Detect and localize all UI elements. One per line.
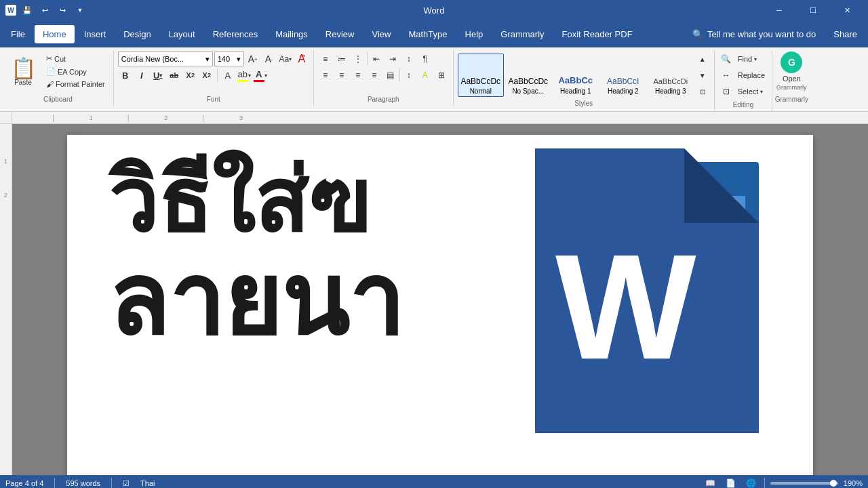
bullets-button[interactable]: ≡ — [318, 52, 333, 66]
grammarly-label: Grammarly — [776, 84, 807, 91]
menu-bar: File Home Insert Design Layout Reference… — [0, 20, 868, 47]
font-group: Cordia New (Boc... ▾ 140 ▾ A+ A- Aa▾ A⃗ … — [114, 50, 314, 106]
font-color-button[interactable]: A ▾ — [253, 68, 268, 83]
underline-button[interactable]: U▾ — [151, 68, 165, 83]
customize-button[interactable]: ▼ — [73, 3, 87, 17]
italic-button[interactable]: I — [134, 68, 149, 83]
multilevel-button[interactable]: ⋮ — [351, 52, 366, 66]
editing-group-label: Editing — [715, 101, 772, 108]
align-right-button[interactable]: ≡ — [351, 68, 366, 83]
style-heading3-preview: AaBbCcDi — [653, 77, 688, 86]
menu-home[interactable]: Home — [35, 25, 75, 43]
bold-button[interactable]: B — [118, 68, 133, 83]
tell-me[interactable]: 🔍 Tell me what you want to do — [684, 25, 824, 43]
align-left-button[interactable]: ≡ — [318, 68, 333, 83]
shading-button[interactable]: A — [418, 68, 433, 83]
open-grammarly-button[interactable]: Open — [780, 73, 804, 84]
font-name-value: Cordia New (Boc... — [121, 55, 184, 63]
print-layout-button[interactable]: 📄 — [724, 476, 738, 488]
zoom-slider[interactable] — [770, 482, 838, 485]
doc-body: 12 วิธีใส่ฃ ลายนา — [0, 124, 868, 475]
menu-insert[interactable]: Insert — [76, 25, 115, 43]
menu-design[interactable]: Design — [115, 25, 159, 43]
cut-button[interactable]: ✂ Cut — [43, 53, 108, 64]
menu-mailings[interactable]: Mailings — [267, 25, 316, 43]
select-label: Select — [738, 87, 759, 96]
menu-grammarly[interactable]: Grammarly — [492, 25, 552, 43]
style-heading1-preview: AaBbCc — [558, 75, 593, 86]
format-painter-button[interactable]: 🖌 Format Painter — [43, 79, 108, 89]
font-dropdown-icon: ▾ — [205, 55, 210, 64]
document-text-line2: ลายนา — [108, 247, 403, 356]
find-button[interactable]: Find ▾ — [735, 54, 760, 64]
style-heading3[interactable]: AaBbCcDi Heading 3 — [648, 54, 694, 97]
paste-button[interactable]: 📋 Paste — [5, 52, 41, 92]
replace-button[interactable]: Replace — [735, 70, 768, 81]
status-divider3 — [764, 478, 765, 488]
web-layout-button[interactable]: 🌐 — [744, 476, 759, 488]
find-label: Find — [738, 55, 752, 63]
font-size-value: 140 — [218, 55, 230, 63]
align-center-button[interactable]: ≡ — [334, 68, 349, 83]
copy-button[interactable]: 📄 EA Copy — [43, 66, 108, 77]
sort-button[interactable]: ↕ — [401, 52, 416, 66]
font-size-selector[interactable]: 140 ▾ — [214, 52, 244, 66]
styles-scroll-up[interactable]: ▲ — [695, 52, 710, 66]
show-hide-button[interactable]: ¶ — [418, 52, 433, 66]
clear-format-button[interactable]: A⃗ — [294, 52, 309, 66]
style-normal[interactable]: AaBbCcDc Normal — [458, 54, 504, 97]
menu-layout[interactable]: Layout — [161, 25, 203, 43]
maximize-button[interactable]: ☐ — [797, 0, 829, 20]
copy-label: EA Copy — [58, 68, 87, 76]
justify-button[interactable]: ≡ — [367, 68, 382, 83]
change-case-button[interactable]: Aa▾ — [278, 52, 293, 66]
horizontal-ruler: │1│2│3 — [12, 112, 868, 123]
save-button[interactable]: 💾 — [20, 3, 34, 17]
superscript-button[interactable]: X2 — [199, 68, 214, 83]
page-scroll-area: วิธีใส่ฃ ลายนา — [12, 124, 868, 475]
style-heading2[interactable]: AaBbCcI Heading 2 — [600, 54, 646, 97]
select-button[interactable]: Select ▾ — [735, 86, 766, 97]
divider — [217, 68, 218, 82]
read-mode-button[interactable]: 📖 — [703, 476, 718, 488]
style-heading1[interactable]: AaBbCc Heading 1 — [553, 54, 599, 97]
line-spacing-button[interactable]: ↕ — [401, 68, 416, 83]
font-grow-button[interactable]: A+ — [245, 52, 260, 66]
borders-button[interactable]: ⊞ — [434, 68, 449, 83]
style-no-space[interactable]: AaBbCcDc No Spac... — [505, 54, 551, 97]
clipboard-right: ✂ Cut 📄 EA Copy 🖌 Format Painter — [43, 52, 108, 89]
menu-view[interactable]: View — [363, 25, 399, 43]
close-button[interactable]: ✕ — [831, 0, 863, 20]
text-effects-button[interactable]: A — [220, 68, 235, 83]
styles-scroll: ▲ ▼ ⊡ — [695, 52, 710, 99]
paragraph-group-label: Paragraph — [314, 96, 453, 103]
menu-mathtype[interactable]: MathType — [400, 25, 455, 43]
styles-more[interactable]: ⊡ — [695, 84, 710, 99]
increase-indent-button[interactable]: ⇥ — [385, 52, 400, 66]
menu-file[interactable]: File — [3, 25, 33, 43]
share-button[interactable]: Share — [825, 25, 865, 43]
copy-icon: 📄 — [46, 67, 56, 76]
decrease-indent-button[interactable]: ⇤ — [369, 52, 384, 66]
find-dropdown-icon: ▾ — [754, 56, 757, 62]
menu-references[interactable]: References — [205, 25, 266, 43]
highlight-color-button[interactable]: ab ▾ — [237, 68, 252, 83]
subscript-button[interactable]: X2 — [183, 68, 198, 83]
styles-scroll-down[interactable]: ▼ — [695, 68, 710, 83]
zoom-thumb — [830, 480, 837, 487]
menu-help[interactable]: Help — [457, 25, 492, 43]
font-shrink-button[interactable]: A- — [262, 52, 277, 66]
page-info: Page 4 of 4 — [5, 479, 43, 487]
font-color-bar — [254, 80, 264, 82]
redo-button[interactable]: ↪ — [56, 3, 69, 17]
columns-button[interactable]: ▤ — [383, 68, 398, 83]
divider — [367, 52, 368, 66]
menu-foxit[interactable]: Foxit Reader PDF — [554, 25, 641, 43]
numbering-button[interactable]: ≔ — [334, 52, 349, 66]
minimize-button[interactable]: ─ — [764, 0, 795, 20]
scissors-icon: ✂ — [46, 54, 52, 63]
strikethrough-button[interactable]: ab — [167, 68, 182, 83]
undo-button[interactable]: ↩ — [38, 3, 52, 17]
font-name-selector[interactable]: Cordia New (Boc... ▾ — [118, 52, 213, 66]
menu-review[interactable]: Review — [317, 25, 363, 43]
